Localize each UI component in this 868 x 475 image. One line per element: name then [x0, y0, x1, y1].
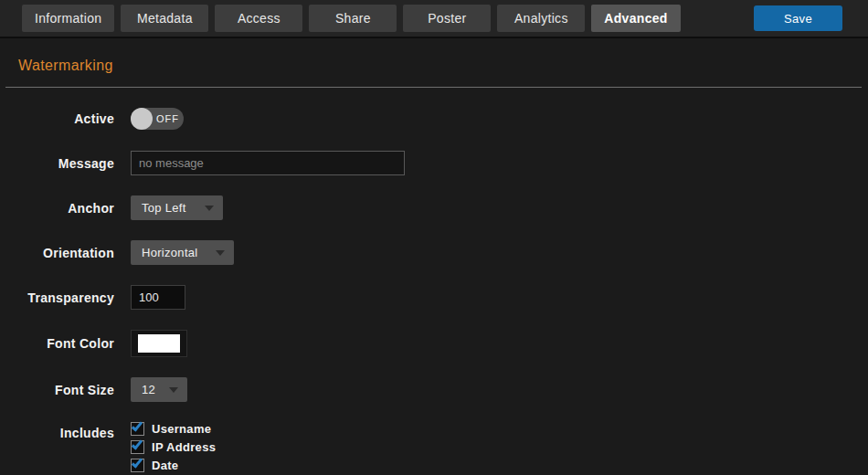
ip-address-checkbox[interactable]: [131, 440, 144, 454]
tab-metadata[interactable]: Metadata: [121, 5, 208, 32]
tab-share[interactable]: Share: [309, 5, 397, 32]
checkbox-ip-address[interactable]: IP Address: [131, 440, 216, 454]
watermarking-form: Active OFF Message Anchor Top Left Orien…: [0, 88, 868, 472]
tab-analytics[interactable]: Analytics: [497, 5, 585, 32]
check-icon: [132, 419, 143, 431]
anchor-dropdown-value: Top Left: [142, 201, 186, 215]
row-anchor: Anchor Top Left: [0, 195, 868, 220]
row-includes: Includes Username IP Address Date: [0, 422, 868, 472]
username-checkbox-label: Username: [152, 422, 211, 436]
orientation-label: Orientation: [0, 246, 114, 260]
checkbox-date[interactable]: Date: [131, 459, 216, 472]
anchor-dropdown[interactable]: Top Left: [131, 195, 223, 220]
orientation-dropdown-value: Horizontal: [142, 246, 198, 259]
check-icon: [132, 438, 143, 449]
font-color-label: Font Color: [0, 336, 114, 351]
ip-address-checkbox-label: IP Address: [152, 440, 216, 454]
row-transparency: Transparency: [0, 285, 868, 310]
chevron-down-icon: [169, 387, 178, 393]
top-tab-bar: Information Metadata Access Share Poster…: [0, 0, 868, 38]
row-font-size: Font Size 12: [0, 377, 868, 402]
active-label: Active: [0, 111, 114, 126]
toggle-knob: [131, 108, 153, 130]
row-font-color: Font Color: [0, 330, 868, 357]
active-toggle[interactable]: OFF: [131, 108, 184, 130]
font-size-dropdown-value: 12: [142, 383, 155, 396]
transparency-label: Transparency: [0, 290, 114, 305]
includes-label: Includes: [0, 422, 114, 440]
row-orientation: Orientation Horizontal: [0, 240, 868, 265]
row-message: Message: [0, 151, 868, 175]
tab-poster[interactable]: Poster: [403, 5, 491, 32]
font-color-preview: [138, 334, 180, 353]
font-size-label: Font Size: [0, 383, 114, 397]
check-icon: [132, 456, 143, 468]
date-checkbox-label: Date: [152, 459, 178, 472]
anchor-label: Anchor: [0, 201, 114, 216]
chevron-down-icon: [205, 206, 214, 211]
row-active: Active OFF: [0, 106, 868, 131]
tab-information[interactable]: Information: [22, 5, 114, 32]
transparency-input[interactable]: [131, 285, 185, 310]
orientation-dropdown[interactable]: Horizontal: [131, 240, 234, 265]
font-color-picker[interactable]: [131, 330, 187, 357]
message-label: Message: [0, 156, 114, 171]
message-input[interactable]: [131, 151, 405, 175]
tab-advanced[interactable]: Advanced: [591, 5, 680, 32]
save-button[interactable]: Save: [754, 5, 842, 31]
font-size-dropdown[interactable]: 12: [131, 377, 187, 402]
checkbox-username[interactable]: Username: [131, 422, 216, 436]
tab-access[interactable]: Access: [215, 5, 302, 32]
date-checkbox[interactable]: [131, 459, 144, 472]
chevron-down-icon: [216, 250, 225, 256]
username-checkbox[interactable]: [131, 422, 144, 436]
toggle-state-text: OFF: [156, 113, 179, 124]
tab-strip: Information Metadata Access Share Poster…: [22, 5, 754, 32]
includes-checkbox-list: Username IP Address Date: [131, 422, 216, 472]
page-title: Watermarking: [18, 58, 868, 74]
